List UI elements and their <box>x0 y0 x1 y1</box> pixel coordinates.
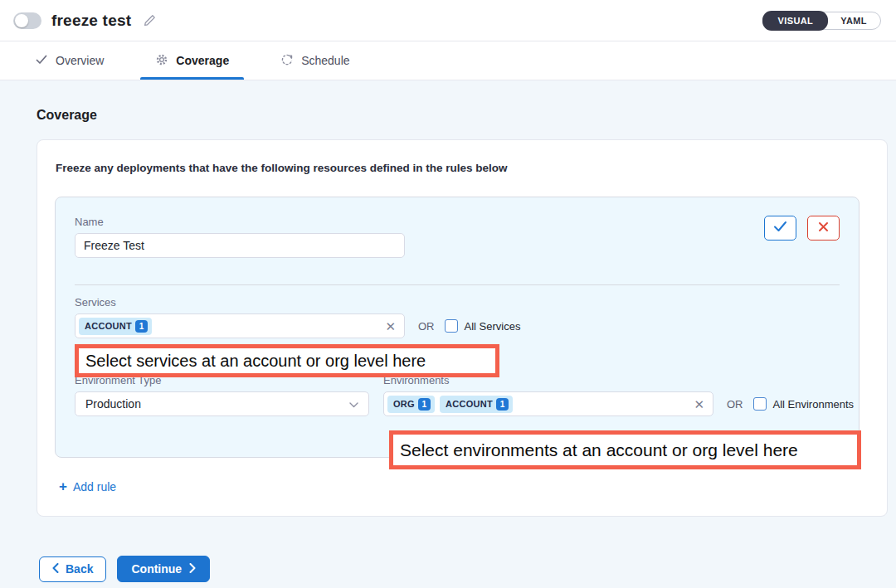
freeze-enabled-toggle[interactable] <box>13 12 41 29</box>
tag-count-badge: 1 <box>135 320 148 333</box>
or-label: OR <box>418 320 435 333</box>
environments-input[interactable]: ORG 1 ACCOUNT 1 ✕ <box>383 391 713 416</box>
environment-type-select[interactable]: Production <box>75 391 369 416</box>
check-icon <box>773 221 787 236</box>
continue-label: Continue <box>131 562 182 576</box>
all-services-checkbox[interactable] <box>445 319 458 333</box>
plus-icon: + <box>59 479 67 493</box>
services-field: Services ACCOUNT 1 ✕ OR All Services <box>75 296 840 338</box>
delete-rule-button[interactable] <box>807 216 840 241</box>
add-rule-button[interactable]: + Add rule <box>59 479 116 493</box>
environments-annotation-callout: Select environments at an account or org… <box>389 430 861 469</box>
coverage-card: Freeze any deployments that have the fol… <box>37 139 888 517</box>
tab-label: Coverage <box>176 54 229 67</box>
rule-panel: Name <box>55 197 859 458</box>
services-clear-icon[interactable]: ✕ <box>383 318 397 334</box>
tab-label: Schedule <box>301 54 349 67</box>
rule-confirm-buttons <box>764 216 840 241</box>
rule-name-input[interactable] <box>75 233 405 258</box>
all-services-label: All Services <box>465 320 521 333</box>
schedule-icon <box>280 53 294 69</box>
freeze-window: freeze test VISUAL YAML Overview <box>0 0 896 588</box>
selected-environment-type: Production <box>85 397 141 411</box>
tag-label: ACCOUNT <box>85 321 132 331</box>
check-icon <box>35 53 48 69</box>
continue-button[interactable]: Continue <box>117 556 210 582</box>
tag-count-badge: 1 <box>496 398 509 411</box>
tag-label: ACCOUNT <box>446 399 493 409</box>
panel-divider <box>75 284 840 285</box>
section-title: Coverage <box>37 108 888 123</box>
visual-toggle-button[interactable]: VISUAL <box>762 11 828 31</box>
environment-tag[interactable]: ORG 1 <box>387 396 435 413</box>
card-description: Freeze any deployments that have the fol… <box>56 162 887 174</box>
tab-bar: Overview Coverage Schedule <box>0 41 896 80</box>
services-label: Services <box>75 296 840 309</box>
main-content: Coverage Freeze any deployments that hav… <box>0 80 896 582</box>
environment-row: Environment Type Production Environments <box>75 374 840 416</box>
tab-label: Overview <box>56 54 104 67</box>
footer-actions: Back Continue <box>39 556 888 582</box>
tab-coverage[interactable]: Coverage <box>145 41 239 80</box>
back-button[interactable]: Back <box>39 556 106 582</box>
toggle-knob <box>15 14 28 27</box>
apply-rule-button[interactable] <box>764 216 796 241</box>
chevron-left-icon <box>52 562 59 576</box>
name-row: Name <box>75 216 840 258</box>
environment-tag[interactable]: ACCOUNT 1 <box>440 396 513 413</box>
chevron-right-icon <box>189 562 196 576</box>
name-label: Name <box>75 216 405 228</box>
yaml-toggle-button[interactable]: YAML <box>827 12 880 30</box>
or-label: OR <box>727 398 743 411</box>
header: freeze test VISUAL YAML <box>0 0 896 41</box>
gear-icon <box>155 53 168 69</box>
tab-overview[interactable]: Overview <box>25 41 114 80</box>
tab-schedule[interactable]: Schedule <box>270 41 359 80</box>
add-rule-label: Add rule <box>73 480 116 493</box>
all-environments-label: All Environments <box>773 398 855 411</box>
tag-label: ORG <box>393 399 415 409</box>
chevron-down-icon <box>349 397 358 411</box>
edit-title-icon[interactable] <box>143 13 157 27</box>
tag-count-badge: 1 <box>418 398 431 411</box>
environments-clear-icon[interactable]: ✕ <box>692 396 706 412</box>
service-tag[interactable]: ACCOUNT 1 <box>79 318 152 335</box>
all-environments-checkbox[interactable] <box>753 397 767 411</box>
page-title: freeze test <box>51 12 131 30</box>
visual-yaml-toggle: VISUAL YAML <box>762 12 881 30</box>
x-icon <box>818 221 829 236</box>
services-annotation-callout: Select services at an account or org lev… <box>75 344 499 377</box>
back-label: Back <box>66 562 93 576</box>
services-input[interactable]: ACCOUNT 1 ✕ <box>75 313 405 338</box>
